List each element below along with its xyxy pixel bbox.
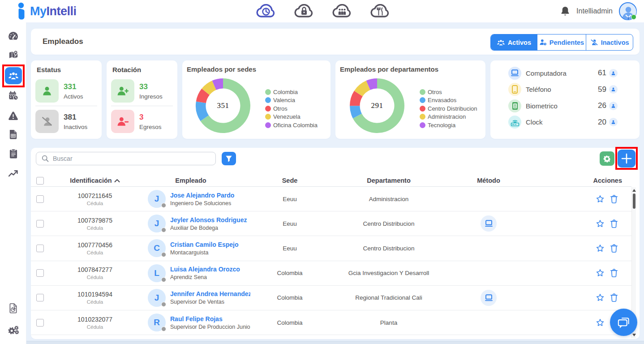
device-row-biometric: Biometrico26	[490, 98, 640, 114]
favorite-button[interactable]	[596, 219, 605, 228]
employee-name-link[interactable]: Jeyler Alonsos Rodriguez	[170, 216, 250, 224]
row-checkbox[interactable]	[36, 195, 44, 203]
delete-button[interactable]	[610, 195, 618, 203]
clipboard-icon	[9, 149, 17, 159]
person-badge-icon	[609, 85, 618, 94]
table-row: 1010232077 Cédula R Raul Felipe Rojas Su…	[31, 310, 631, 335]
legend-label: Venezuela	[273, 113, 301, 120]
avatar-initial: J	[155, 194, 159, 204]
employee-name-link[interactable]: Raul Felipe Rojas	[170, 315, 250, 322]
favorite-button[interactable]	[596, 269, 605, 277]
table-settings-button[interactable]	[600, 151, 614, 166]
trash-icon	[610, 219, 618, 228]
module-switcher	[255, 1, 408, 22]
filter-button[interactable]	[222, 152, 236, 165]
employee-departamento: Centro Distribucion	[363, 245, 415, 252]
employee-sede: Colombia	[277, 294, 302, 301]
scroll-down-arrow[interactable]	[632, 334, 636, 336]
notifications-bell-icon[interactable]	[560, 6, 570, 17]
add-employee-button[interactable]	[618, 150, 635, 168]
tab-activos[interactable]: Activos	[491, 34, 537, 50]
legend-dot	[420, 97, 425, 103]
top-header: MyIntelli	[0, 0, 644, 22]
laptop-icon	[485, 294, 493, 301]
row-checkbox[interactable]	[36, 294, 44, 301]
cloud-lock-icon[interactable]	[293, 1, 314, 22]
departamentos-total: 291	[349, 78, 405, 133]
sidebar-item-alerts[interactable]	[0, 107, 26, 125]
column-identificacion[interactable]: Identificación	[49, 175, 141, 186]
horizontal-scrollbar[interactable]	[26, 341, 644, 344]
device-count: 61	[598, 69, 606, 77]
employee-name-link[interactable]: Jennifer Andrea Hernandez	[170, 290, 250, 297]
legend-dot	[420, 89, 425, 95]
scroll-up-arrow[interactable]	[632, 189, 636, 192]
avatar-initial: J	[155, 219, 159, 228]
legend-dot	[265, 114, 271, 120]
cloud-meal-icon[interactable]	[369, 1, 390, 22]
sidebar-item-analytics[interactable]	[0, 164, 26, 182]
select-all-checkbox[interactable]	[36, 177, 44, 185]
metodo-laptop-chip	[481, 290, 497, 306]
chat-button[interactable]	[610, 309, 637, 336]
employee-name-link[interactable]: Jose Alejandro Pardo	[170, 192, 250, 199]
phone-icon	[508, 83, 521, 96]
column-empleado[interactable]: Empleado	[141, 175, 241, 186]
sidebar-item-tasks[interactable]	[0, 145, 26, 163]
tab-label: Pendientes	[550, 39, 584, 46]
sidebar-item-settings[interactable]	[0, 321, 26, 339]
sidebar-item-dashboard[interactable]	[0, 27, 26, 45]
row-checkbox[interactable]	[36, 269, 44, 277]
sidebar-item-reports[interactable]	[0, 125, 26, 143]
gear-icon	[603, 155, 611, 163]
estatus-activos-row: 331 Activos	[35, 79, 83, 103]
search-input[interactable]	[53, 155, 205, 162]
legend-item: Tecnologia	[420, 121, 477, 129]
tab-inactivos[interactable]: Inactivos	[586, 34, 633, 50]
employee-role: Supervisor De Ventas	[170, 299, 250, 305]
user-avatar[interactable]	[619, 2, 637, 20]
legend-item: Centro Distribucion	[420, 104, 477, 113]
sidebar-item-schedule[interactable]	[0, 87, 26, 105]
sort-asc-icon	[114, 179, 120, 183]
search-icon	[42, 155, 49, 162]
device-label: Teléfono	[526, 86, 598, 93]
column-metodo[interactable]: Método	[439, 175, 531, 186]
cloud-time-icon[interactable]	[255, 1, 276, 22]
favorite-button[interactable]	[596, 318, 605, 327]
row-checkbox[interactable]	[36, 319, 44, 327]
row-checkbox[interactable]	[36, 245, 44, 252]
star-icon	[596, 269, 605, 277]
legend-label: Otros	[428, 89, 442, 95]
delete-button[interactable]	[610, 293, 618, 302]
legend-item: Valencia	[265, 96, 318, 105]
scrollbar-thumb[interactable]	[633, 194, 635, 209]
cloud-people-icon[interactable]	[331, 1, 352, 22]
legend-label: Oficina Colombia	[273, 122, 318, 129]
favorite-button[interactable]	[596, 293, 605, 302]
row-checkbox[interactable]	[36, 220, 44, 228]
column-departamento[interactable]: Departamento	[339, 175, 439, 186]
employee-name-link[interactable]: Cristian Camilo Espejo	[170, 241, 250, 248]
employee-role: Auxiliar De Bodega	[170, 225, 250, 231]
table-row: 1007211645 Cédula J Jose Alejandro Pardo…	[31, 187, 631, 211]
favorite-button[interactable]	[596, 195, 605, 203]
employee-name-link[interactable]: Luisa Alejandra Orozco	[170, 266, 250, 273]
avatar-initial: L	[154, 268, 159, 278]
delete-button[interactable]	[610, 244, 618, 253]
employee-sede: Colombia	[277, 270, 302, 276]
delete-button[interactable]	[610, 269, 618, 277]
sidebar-item-map[interactable]	[0, 46, 26, 64]
app-logo[interactable]: MyIntelli	[16, 2, 77, 20]
employee-avatar: R	[148, 314, 166, 331]
sidebar-item-file-report[interactable]	[0, 299, 26, 317]
departamentos-chart-title: Empleados por departamentos	[340, 65, 438, 73]
favorite-button[interactable]	[596, 244, 605, 253]
tab-pendientes[interactable]: Pendientes	[537, 34, 587, 50]
column-sede[interactable]: Sede	[241, 175, 339, 186]
gauge-icon	[8, 31, 18, 40]
delete-button[interactable]	[610, 219, 618, 228]
employee-avatar: C	[148, 239, 166, 257]
departamentos-donut-chart: 291	[349, 78, 405, 133]
sidebar-item-employees[interactable]	[5, 67, 22, 84]
